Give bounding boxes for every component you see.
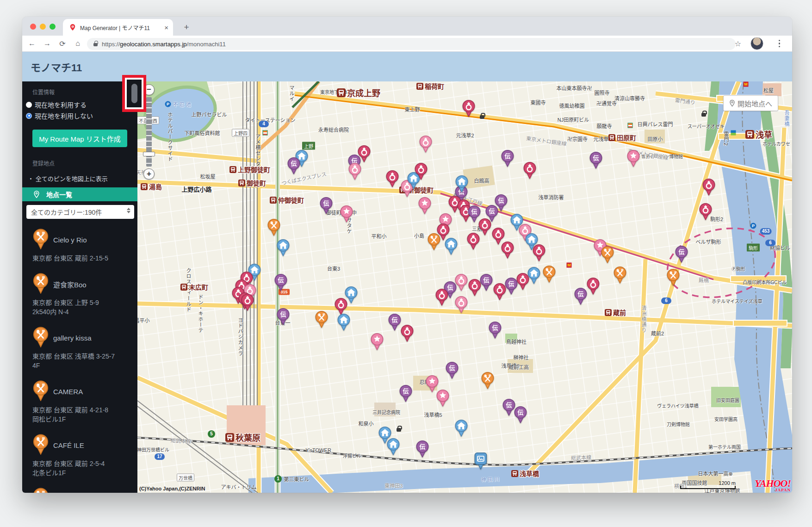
map-pin-den-craft[interactable]: 伝: [445, 361, 459, 379]
zoom-slider-handle[interactable]: [143, 152, 155, 156]
maximize-window-button[interactable]: [50, 24, 56, 30]
map-pin-ring-accessory-pink[interactable]: [348, 162, 362, 180]
address-bar[interactable]: https://geolocation.smartapps.jp/monomac…: [87, 38, 736, 50]
sidebar-scrollbar-thumb[interactable]: [131, 84, 137, 103]
map-pin-den-craft[interactable]: 伝: [415, 440, 429, 458]
map-pin-ring-accessory[interactable]: [501, 241, 514, 259]
place-list-item[interactable]: gallery kissa 東京都 台東区 浅草橋 3-25-74F: [32, 326, 137, 370]
map-pin-ring-accessory[interactable]: [357, 145, 371, 162]
map-pin-home-architecture[interactable]: [444, 237, 458, 255]
map-pin-ring-accessory-pink[interactable]: [454, 296, 468, 313]
map-pin-food-restaurant[interactable]: [481, 372, 495, 389]
map-pin-den-craft[interactable]: 伝: [514, 406, 527, 423]
show-all-pins-item[interactable]: ・ 全てのピンを地図上に表示: [28, 174, 137, 183]
place-address: 東京都 台東区 蔵前 4-21-8岡松ビル1F: [32, 405, 137, 424]
url-text[interactable]: https://geolocation.smartapps.jp/monomac…: [102, 41, 226, 48]
place-list-item[interactable]: Cielo y Rio 東京都 台東区 蔵前 2-15-5: [32, 228, 137, 263]
map-pin-star-event[interactable]: [370, 333, 384, 350]
map-pin-den-craft[interactable]: 伝: [494, 194, 508, 211]
map-pin-ring-accessory[interactable]: [532, 244, 546, 261]
place-list-header[interactable]: 地点一覧: [22, 187, 137, 201]
new-tab-button[interactable]: +: [180, 21, 192, 33]
map-pin-den-craft[interactable]: 伝: [319, 197, 333, 214]
place-list-item[interactable]: CAFÉ ILE 東京都 台東区 蔵前 2-5-4北条ビル1F: [32, 434, 137, 477]
close-tab-icon[interactable]: ×: [164, 24, 168, 31]
map-pin-ring-accessory[interactable]: [523, 161, 537, 179]
place-list-item[interactable]: 東京花工房 東京都 台東区 浅草橋 3-34-101F: [32, 487, 137, 493]
map-pin-ring-accessory[interactable]: [699, 203, 713, 220]
map-pin-ring-accessory[interactable]: [400, 324, 414, 342]
svg-text:伝: 伝: [278, 277, 284, 284]
map-pin-star-event[interactable]: [626, 149, 640, 167]
radio-selected-icon[interactable]: [26, 113, 32, 119]
map-pin-food-restaurant[interactable]: [666, 268, 680, 286]
bookmark-star-icon[interactable]: ☆: [735, 39, 741, 48]
map-pin-den-craft[interactable]: 伝: [399, 384, 413, 402]
map-pin-ring-accessory[interactable]: [385, 170, 399, 187]
lock-icon: [93, 43, 98, 46]
place-address: 東京都 台東区 浅草橋 3-25-74F: [32, 352, 137, 370]
window-controls[interactable]: [30, 24, 56, 30]
go-to-start-point-button[interactable]: 開始地点へ: [723, 95, 778, 111]
map-pin-den-craft[interactable]: 伝: [276, 308, 290, 325]
map-pin-ring-accessory[interactable]: [702, 178, 716, 196]
map-pin-ring-accessory[interactable]: [435, 288, 449, 306]
category-select[interactable]: 全てのカテゴリー:190件: [26, 205, 134, 219]
map-pin-home-architecture[interactable]: [454, 419, 468, 437]
map-pin-home-architecture[interactable]: [337, 313, 351, 331]
map-pin-home-architecture[interactable]: [276, 239, 290, 256]
map-pin-food-restaurant[interactable]: [601, 246, 614, 263]
minimize-window-button[interactable]: [40, 24, 46, 30]
map-pin-den-craft[interactable]: 伝: [287, 157, 301, 174]
map-pin-den-craft[interactable]: 伝: [388, 313, 402, 331]
map-pin-food-restaurant[interactable]: [542, 265, 556, 283]
map-pin-ring-accessory[interactable]: [493, 283, 507, 300]
back-icon[interactable]: ←: [26, 39, 37, 48]
map-pin-ring-accessory-pink[interactable]: [419, 135, 433, 153]
create-route-map-button[interactable]: My Route Map リスト作成: [32, 130, 127, 147]
map-pin-food-restaurant[interactable]: [613, 266, 627, 284]
map-pin-ring-accessory[interactable]: [241, 293, 254, 311]
svg-text:伝: 伝: [291, 160, 297, 167]
map-pin-ring-accessory[interactable]: [334, 298, 348, 315]
map-pin-photo-gallery[interactable]: [474, 452, 488, 470]
radio-icon[interactable]: [26, 102, 32, 108]
radio-not-use-current-location[interactable]: 現在地を利用しない: [26, 111, 137, 120]
place-list-item[interactable]: 遊食家Boo 東京都 台東区 上野 5-92k540内 N-4: [32, 273, 137, 316]
place-name: gallery kissa: [53, 334, 92, 342]
map-pin-den-craft[interactable]: 伝: [589, 151, 603, 169]
forward-icon[interactable]: →: [42, 39, 53, 48]
zoom-in-button[interactable]: +: [143, 168, 155, 180]
map-pin-star-event[interactable]: [436, 389, 450, 407]
map-pin-food-restaurant[interactable]: [315, 310, 329, 328]
map-pin-star-event[interactable]: [418, 197, 432, 214]
map-pin-star-event[interactable]: [340, 205, 353, 223]
home-icon[interactable]: ⌂: [72, 39, 83, 48]
reload-icon[interactable]: ⟳: [57, 39, 68, 48]
map-pin-den-craft[interactable]: 伝: [274, 273, 288, 291]
place-list-item[interactable]: CAMERA 東京都 台東区 蔵前 4-21-8岡松ビル1F: [32, 380, 137, 424]
browser-menu-icon[interactable]: [779, 40, 781, 48]
map-pin-den-craft[interactable]: 伝: [675, 245, 688, 263]
browser-toolbar: ← → ⟳ ⌂ https://geolocation.smartapps.jp…: [22, 36, 792, 52]
map-pin-food-restaurant[interactable]: [267, 218, 281, 236]
map-pin-den-craft[interactable]: 伝: [574, 287, 588, 305]
map-pin-food-restaurant[interactable]: [427, 233, 441, 250]
map-pin-den-craft[interactable]: 伝: [501, 149, 514, 167]
profile-avatar[interactable]: [750, 37, 763, 50]
radio-use-current-location[interactable]: 現在地を利用する: [26, 100, 137, 109]
close-window-button[interactable]: [30, 24, 36, 30]
map-pin-ring-accessory[interactable]: [468, 279, 482, 296]
map-pin-ring-accessory[interactable]: [414, 162, 428, 180]
map-canvas[interactable]: 不忍池不忍池西ホテルパークサイド上野パセラビル下町風俗資料館上野四タイトーステー…: [137, 81, 792, 493]
map-pin-den-craft[interactable]: 伝: [488, 321, 502, 339]
map-pin-ring-accessory[interactable]: [586, 277, 600, 295]
browser-tab[interactable]: G Map Generator | モノマチ11 ×: [63, 19, 173, 36]
map-pin-home-architecture[interactable]: [386, 438, 400, 455]
map-pin-ring-accessory[interactable]: [462, 99, 476, 117]
zoom-slider[interactable]: [146, 97, 152, 167]
yahoo-japan-logo: YAHOO! JAPAN: [755, 479, 791, 492]
map-scale: 1200 m: [680, 480, 736, 489]
map-pin-home-architecture[interactable]: [455, 175, 469, 192]
svg-text:伝: 伝: [403, 388, 409, 395]
